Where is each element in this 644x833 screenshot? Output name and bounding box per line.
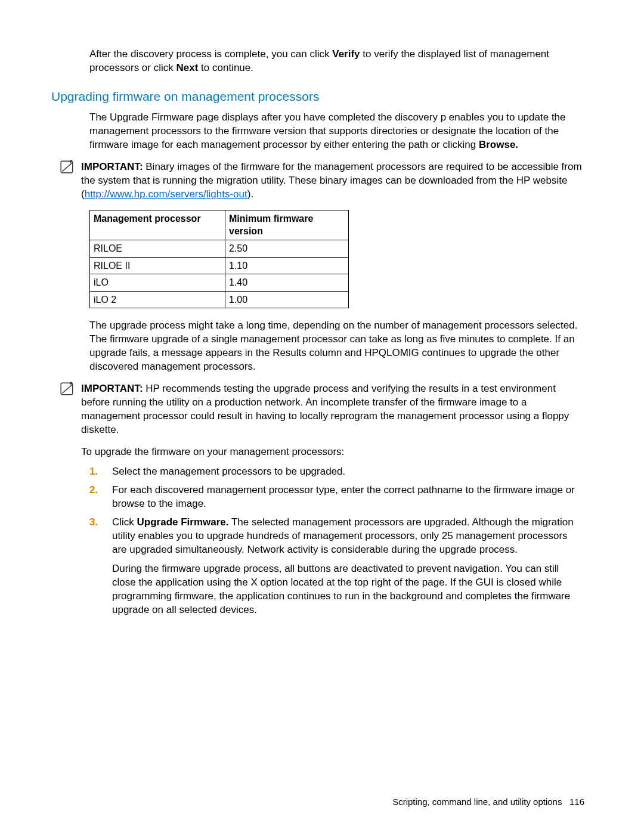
table-row: RILOE II 1.10 bbox=[90, 257, 349, 274]
verify-bold: Verify bbox=[332, 48, 360, 60]
note-icon bbox=[60, 381, 76, 401]
important-1-body-b: ). bbox=[247, 188, 253, 200]
firmware-version-table: Management processor Minimum firmware ve… bbox=[89, 210, 349, 309]
table-header-row: Management processor Minimum firmware ve… bbox=[90, 210, 349, 240]
hp-lights-out-link[interactable]: http://www.hp.com/servers/lights-out bbox=[85, 188, 247, 200]
step-2-text: For each discovered management processor… bbox=[112, 484, 575, 509]
table-row: RILOE 2.50 bbox=[90, 240, 349, 258]
intro-paragraph: After the discovery process is complete,… bbox=[60, 48, 584, 75]
table-header-processor: Management processor bbox=[90, 210, 225, 240]
after-table-paragraph: The upgrade process might take a long ti… bbox=[60, 319, 584, 374]
step-1-text: Select the management processors to be u… bbox=[112, 466, 345, 477]
table-cell-processor: iLO bbox=[90, 274, 225, 292]
important-1-text: IMPORTANT: Binary images of the firmware… bbox=[81, 160, 584, 202]
next-bold: Next bbox=[176, 62, 198, 73]
important-1-label: IMPORTANT: bbox=[81, 161, 143, 172]
table-cell-processor: iLO 2 bbox=[90, 291, 225, 308]
intro-text-c: to continue. bbox=[198, 62, 253, 73]
document-page: After the discovery process is complete,… bbox=[0, 0, 644, 833]
table-header-version: Minimum firmware version bbox=[225, 210, 349, 240]
table-cell-version: 1.40 bbox=[225, 274, 349, 292]
list-item: Click Upgrade Firmware. The selected man… bbox=[89, 516, 584, 618]
table-row: iLO 2 1.00 bbox=[90, 291, 349, 308]
upgrade-firmware-bold: Upgrade Firmware. bbox=[137, 516, 229, 528]
table-cell-processor: RILOE II bbox=[90, 257, 225, 274]
intro-text-a: After the discovery process is complete,… bbox=[89, 48, 332, 60]
list-item: For each discovered management processor… bbox=[89, 484, 584, 511]
section-heading: Upgrading firmware on management process… bbox=[51, 88, 584, 105]
table-cell-version: 1.00 bbox=[225, 291, 349, 308]
upgrade-intro-paragraph: The Upgrade Firmware page displays after… bbox=[60, 111, 584, 152]
step-3-sub: During the firmware upgrade process, all… bbox=[112, 562, 584, 617]
table-cell-processor: RILOE bbox=[90, 240, 225, 258]
table-cell-version: 2.50 bbox=[225, 240, 349, 258]
important-note-2: IMPORTANT: HP recommends testing the upg… bbox=[60, 382, 584, 437]
important-2-text: IMPORTANT: HP recommends testing the upg… bbox=[81, 382, 584, 437]
page-footer: Scripting, command line, and utility opt… bbox=[392, 796, 584, 808]
browse-bold: Browse. bbox=[479, 139, 518, 150]
footer-section-title: Scripting, command line, and utility opt… bbox=[392, 797, 562, 807]
table-row: iLO 1.40 bbox=[90, 274, 349, 292]
important-2-body: HP recommends testing the upgrade proces… bbox=[81, 383, 569, 435]
steps-intro: To upgrade the firmware on your manageme… bbox=[60, 445, 584, 459]
steps-list: Select the management processors to be u… bbox=[89, 465, 584, 617]
important-note-1: IMPORTANT: Binary images of the firmware… bbox=[60, 160, 584, 202]
table-cell-version: 1.10 bbox=[225, 257, 349, 274]
important-2-label: IMPORTANT: bbox=[81, 383, 143, 394]
list-item: Select the management processors to be u… bbox=[89, 465, 584, 479]
step-3-text-a: Click bbox=[112, 516, 137, 528]
note-icon bbox=[60, 159, 76, 179]
footer-page-number: 116 bbox=[569, 797, 584, 807]
